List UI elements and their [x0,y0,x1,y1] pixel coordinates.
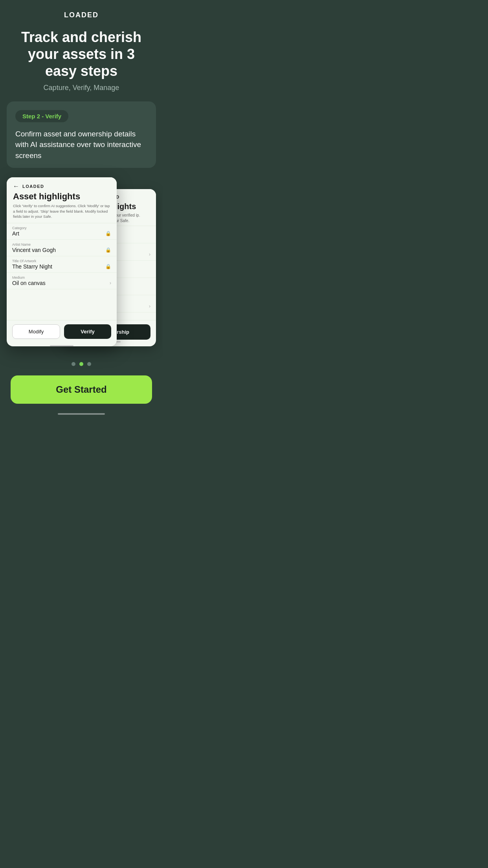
modify-button[interactable]: Modify [12,324,60,339]
step-badge: Step 2 - Verify [15,110,68,122]
get-started-button[interactable]: Get Started [11,375,152,404]
dot-3[interactable] [87,362,91,366]
pagination-dots [72,362,91,366]
asset-screen-header: ← LOADED Asset highlights Click 'Verify'… [7,177,117,223]
dot-2[interactable] [79,362,83,366]
device-home-bar [58,413,105,415]
hero-subheading: Capture, Verify, Manage [44,84,119,92]
step-card: Step 2 - Verify Confirm asset and owners… [7,101,156,168]
asset-field-title[interactable]: Title Of Artwork The Starry Night 🔒 [7,256,117,273]
asset-field-artist[interactable]: Artist Name Vincent van Gogh 🔒 [7,240,117,256]
asset-field-medium[interactable]: Medium Oil on canvas › [7,273,117,289]
app-logo: LOADED [64,11,99,19]
asset-field-category[interactable]: Category Art 🔒 [7,223,117,240]
hero-heading: Track and cherish your assets in 3 easy … [0,29,163,80]
asset-screen-nav: ← LOADED [13,183,110,190]
chevron-icon-medium: › [110,280,111,286]
medium-value: Oil on canvas [12,280,46,286]
category-value: Art [12,230,19,237]
dot-1[interactable] [72,362,75,366]
home-indicator-front [50,345,73,346]
asset-screen-description: Click 'Verify' to confirm AI suggestions… [13,203,110,219]
asset-screen: ← LOADED Asset highlights Click 'Verify'… [7,177,117,346]
asset-screen-title: Asset highlights [13,191,110,202]
step-description: Confirm asset and ownership details with… [15,129,147,161]
back-arrow-icon[interactable]: ← [13,183,19,190]
artist-value: Vincent van Gogh [12,247,56,253]
asset-screen-body: Category Art 🔒 Artist Name Vincent van G… [7,223,117,320]
asset-screen-logo: LOADED [22,184,44,189]
verify-button[interactable]: Verify [64,324,111,339]
lock-icon-artist: 🔒 [105,247,111,253]
lock-icon-category: 🔒 [105,231,111,236]
artwork-title-value: The Starry Night [12,263,52,270]
lock-icon-title: 🔒 [105,264,111,269]
screens-mockup: LOADED nership highlights ptional fields… [7,177,156,350]
asset-screen-footer: Modify Verify [7,320,117,344]
